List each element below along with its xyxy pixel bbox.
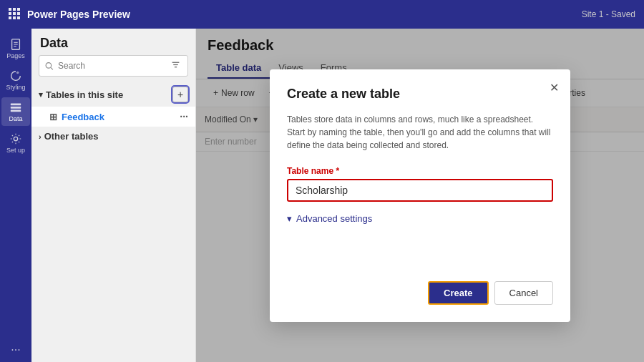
table-name-label: Table name * [287, 166, 553, 176]
search-bar[interactable] [39, 55, 188, 77]
table-more-button[interactable]: ··· [180, 111, 188, 122]
required-star: * [336, 166, 339, 176]
sidebar-label-setup: Set up [6, 147, 25, 154]
svg-point-17 [14, 137, 17, 140]
svg-line-19 [51, 67, 53, 69]
more-icon[interactable]: ··· [11, 343, 20, 356]
grid-icon: ⊞ [49, 112, 57, 122]
create-button[interactable]: Create [428, 281, 488, 305]
chevron-down-adv: ▾ [287, 213, 292, 224]
search-icon [45, 62, 54, 71]
svg-rect-2 [17, 8, 20, 11]
chevron-right-icon: › [39, 132, 42, 141]
svg-rect-8 [17, 16, 20, 19]
topbar: Power Pages Preview Site 1 - Saved [0, 0, 644, 29]
svg-rect-15 [11, 107, 21, 109]
modal-overlay: Create a new table ✕ Tables store data i… [196, 29, 644, 362]
add-table-button[interactable]: + [172, 87, 188, 102]
svg-rect-3 [9, 12, 11, 15]
filter-icon [171, 60, 180, 69]
svg-point-13 [16, 72, 19, 74]
save-status: Site 1 - Saved [582, 9, 635, 19]
other-tables-header[interactable]: › Other tables [31, 127, 195, 146]
sidebar-label-data: Data [9, 115, 22, 122]
advanced-settings-toggle[interactable]: ▾ Advanced settings [287, 213, 553, 224]
main-content: Feedback Table data Views Forms + New ro… [196, 29, 644, 362]
cancel-button[interactable]: Cancel [494, 281, 553, 305]
svg-rect-4 [13, 12, 16, 15]
other-tables-label: Other tables [44, 131, 99, 142]
sidebar-item-setup[interactable]: Set up [1, 129, 30, 157]
svg-rect-5 [17, 12, 20, 15]
icon-sidebar: Pages Styling Data Set up ··· [0, 29, 31, 362]
search-input[interactable] [58, 61, 165, 71]
app-grid-icon [9, 8, 20, 21]
svg-rect-16 [11, 110, 21, 112]
tables-this-site-header[interactable]: ▾ Tables in this site + [31, 82, 195, 107]
sidebar-item-styling[interactable]: Styling [1, 66, 30, 94]
tables-this-site-label: Tables in this site [46, 89, 123, 100]
svg-rect-7 [13, 16, 16, 19]
dialog-footer: Create Cancel [287, 281, 553, 305]
feedback-table-item[interactable]: ⊞ Feedback ··· [31, 107, 195, 127]
dialog-close-button[interactable]: ✕ [550, 81, 559, 94]
table-item-name: Feedback [62, 112, 104, 122]
advanced-settings-label: Advanced settings [296, 213, 372, 224]
app-title: Power Pages Preview [27, 9, 130, 20]
svg-point-18 [46, 62, 52, 68]
dialog-description: Tables store data in columns and rows, m… [287, 113, 553, 152]
sidebar-label-pages: Pages [6, 52, 25, 59]
table-name-input[interactable] [287, 179, 553, 202]
sidebar-item-data[interactable]: Data [1, 97, 30, 126]
svg-rect-6 [9, 16, 11, 19]
sidebar-label-styling: Styling [6, 84, 25, 91]
svg-rect-0 [9, 8, 11, 11]
chevron-down-icon: ▾ [39, 90, 43, 99]
svg-rect-14 [11, 104, 21, 106]
create-table-dialog: Create a new table ✕ Tables store data i… [270, 69, 570, 322]
svg-rect-1 [13, 8, 16, 11]
sidebar-item-pages[interactable]: Pages [1, 34, 30, 63]
left-panel-title: Data [31, 29, 195, 55]
filter-button[interactable] [170, 59, 182, 73]
left-panel: Data ▾ Tables in this site + ⊞ Feedback … [31, 29, 196, 362]
dialog-title: Create a new table [287, 87, 553, 102]
